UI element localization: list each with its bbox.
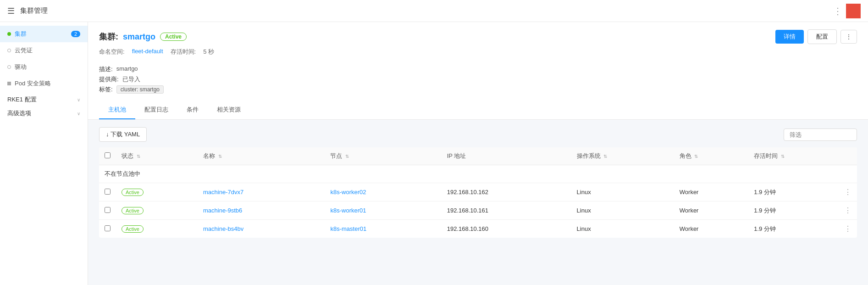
uptime-label: 存活时间: [171, 48, 196, 56]
cluster-header: 集群: smartgo Active 详情 配置 ⋮ 命名空间: fleet-d… [88, 22, 868, 120]
row-checkbox[interactable] [105, 207, 111, 213]
description-value: smartgo [116, 65, 138, 73]
status-sort-icon[interactable]: ⇅ [137, 154, 140, 159]
os-sort-icon[interactable]: ⇅ [603, 154, 607, 159]
sidebar-item-driver[interactable]: 驱动 [0, 59, 88, 75]
sidebar-item-pod-security[interactable]: Pod 安全策略 [0, 75, 88, 92]
row-check [99, 220, 116, 238]
driver-circle-icon [7, 65, 11, 69]
row-ip: 192.168.10.162 [442, 183, 571, 201]
page-title: 集群管理 [20, 6, 48, 15]
filter-input[interactable] [784, 129, 857, 141]
row-os: Linux [571, 201, 674, 220]
row-action-icon[interactable]: ⋮ [844, 188, 851, 196]
description-label: 描述: [99, 65, 113, 73]
tab-host-pool[interactable]: 主机池 [99, 101, 135, 119]
sidebar-section-advanced-label: 高级选项 [7, 109, 31, 117]
row-role: Worker [674, 183, 748, 201]
node-sort-icon[interactable]: ⇅ [345, 154, 349, 159]
row-os: Linux [571, 220, 674, 238]
machine-name-link[interactable]: machine-9stb6 [203, 207, 242, 214]
provider-row: 提供商: 已导入 [99, 75, 857, 84]
uptime-value: 1.9 分钟 [754, 225, 776, 233]
header-ip: IP 地址 [442, 147, 571, 165]
uptime-sort-icon[interactable]: ⇅ [781, 154, 785, 159]
download-yaml-button[interactable]: ↓ 下载 YAML [99, 127, 147, 142]
namespace-value[interactable]: fleet-default [132, 48, 163, 56]
group-label: 不在节点池中 [99, 165, 857, 183]
topbar-more-icon[interactable]: ⋮ [833, 6, 842, 17]
row-node: k8s-master01 [325, 220, 441, 238]
row-ip: 192.168.10.160 [442, 220, 571, 238]
node-link[interactable]: k8s-master01 [330, 225, 366, 232]
node-link[interactable]: k8s-worker02 [330, 189, 366, 196]
header-more-button[interactable]: ⋮ [840, 30, 857, 44]
row-name: machine-9stb6 [198, 201, 325, 220]
tab-config-log[interactable]: 配置日志 [135, 101, 177, 119]
config-button[interactable]: 配置 [807, 29, 837, 44]
sidebar-label-credential: 云凭证 [15, 46, 33, 55]
role-sort-icon[interactable]: ⇅ [694, 154, 698, 159]
red-indicator [846, 4, 861, 18]
provider-value: 已导入 [122, 75, 140, 84]
row-status: Active [116, 220, 198, 238]
tab-related[interactable]: 相关资源 [208, 101, 250, 119]
sidebar-section-rke1-label: RKE1 配置 [7, 95, 37, 104]
row-checkbox[interactable] [105, 225, 111, 231]
row-status: Active [116, 201, 198, 220]
table-row: Active machine-bs4bv k8s-master01 192.16… [99, 220, 857, 238]
row-node: k8s-worker01 [325, 201, 441, 220]
status-badge: Active [122, 189, 144, 196]
machine-name-link[interactable]: machine-7dvx7 [203, 189, 243, 196]
header-name: 名称 ⇅ [198, 147, 325, 165]
sidebar-label-pod-security: Pod 安全策略 [15, 79, 51, 88]
row-uptime: 1.9 分钟 ⋮ [748, 220, 857, 238]
tab-conditions[interactable]: 条件 [177, 101, 208, 119]
uptime-value: 1.9 分钟 [754, 188, 776, 196]
select-all-checkbox[interactable] [105, 152, 111, 158]
row-ip: 192.168.10.161 [442, 201, 571, 220]
sidebar-section-advanced[interactable]: 高级选项 ∨ [0, 106, 88, 119]
node-link[interactable]: k8s-worker01 [330, 207, 366, 214]
sidebar-item-cluster[interactable]: 集群 2 [0, 26, 88, 42]
cluster-info: 描述: smartgo 提供商: 已导入 标签: cluster: smartg… [99, 61, 857, 101]
uptime-value: 5 秒 [203, 48, 214, 56]
sidebar-label-cluster: 集群 [15, 30, 27, 38]
row-action-icon[interactable]: ⋮ [844, 206, 851, 215]
sidebar-label-driver: 驱动 [15, 63, 27, 71]
cluster-meta: 命名空间: fleet-default 存活时间: 5 秒 [99, 48, 857, 56]
status-badge: Active [122, 207, 144, 214]
advanced-expand-icon: ∨ [77, 111, 80, 116]
header-node: 节点 ⇅ [325, 147, 441, 165]
menu-icon[interactable]: ☰ [7, 6, 15, 16]
row-name: machine-7dvx7 [198, 183, 325, 201]
table-row: Active machine-7dvx7 k8s-worker02 192.16… [99, 183, 857, 201]
row-role: Worker [674, 220, 748, 238]
header-buttons: 详情 配置 ⋮ [775, 29, 857, 44]
row-role: Worker [674, 201, 748, 220]
rke1-expand-icon: ∨ [77, 97, 80, 102]
row-action-icon[interactable]: ⋮ [844, 224, 851, 233]
labels-label: 标签: [99, 85, 113, 94]
cluster-prefix: 集群: [99, 31, 118, 42]
machine-name-link[interactable]: machine-bs4bv [203, 225, 243, 232]
sidebar-section-rke1[interactable]: RKE1 配置 ∨ [0, 92, 88, 106]
status-badge: Active [122, 225, 144, 233]
name-sort-icon[interactable]: ⇅ [218, 154, 222, 159]
row-status: Active [116, 183, 198, 201]
pod-security-icon [7, 82, 11, 85]
row-checkbox[interactable] [105, 189, 111, 195]
uptime-value: 1.9 分钟 [754, 207, 776, 215]
provider-label: 提供商: [99, 75, 119, 84]
credential-circle-icon [7, 49, 11, 52]
table-row: Active machine-9stb6 k8s-worker01 192.16… [99, 201, 857, 220]
table-header-row: 状态 ⇅ 名称 ⇅ 节点 ⇅ IP 地址 操作系统 ⇅ 角色 ⇅ 存活时间 ⇅ [99, 147, 857, 165]
row-name: machine-bs4bv [198, 220, 325, 238]
header-status: 状态 ⇅ [116, 147, 198, 165]
description-row: 描述: smartgo [99, 65, 857, 73]
tabs-row: 主机池 配置日志 条件 相关资源 [99, 101, 857, 119]
row-check [99, 183, 116, 201]
table-toolbar: ↓ 下载 YAML [99, 127, 857, 142]
sidebar-item-credential[interactable]: 云凭证 [0, 42, 88, 59]
detail-button[interactable]: 详情 [775, 30, 804, 44]
